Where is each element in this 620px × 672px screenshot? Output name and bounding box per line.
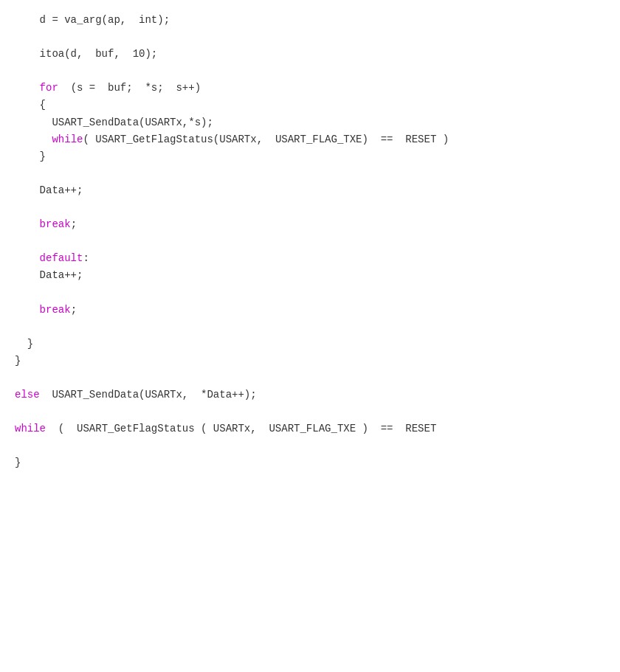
code-line: itoa(d, buf, 10); [15, 46, 605, 63]
code-line: break; [15, 302, 605, 319]
code-line: } [15, 353, 605, 370]
code-line: USART_SendData(USARTx,*s); [15, 114, 605, 131]
normal-token: ; [71, 218, 77, 230]
empty-line [15, 63, 605, 80]
code-line: { [15, 97, 605, 114]
code-line: } [15, 454, 605, 471]
empty-line [15, 370, 605, 387]
code-line: break; [15, 216, 605, 233]
code-line: Data++; [15, 267, 605, 284]
empty-line [15, 437, 605, 454]
keyword-token: break [40, 218, 71, 230]
keyword-token: while [52, 134, 83, 145]
empty-line [15, 319, 605, 336]
code-line: d = va_arg(ap, int); [15, 12, 605, 29]
keyword-token: for [40, 82, 58, 94]
keyword-token: else [15, 389, 40, 401]
code-line: while( USART_GetFlagStatus(USARTx, USART… [15, 131, 605, 148]
code-line: for (s = buf; *s; s++) [15, 80, 605, 97]
code-line: } [15, 148, 605, 165]
normal-token: ( USART_GetFlagStatus(USARTx, USART_FLAG… [83, 134, 449, 145]
normal-token: USART_SendData(USARTx, *Data++); [40, 389, 257, 401]
code-line: } [15, 336, 605, 353]
normal-token: ( USART_GetFlagStatus ( USARTx, USART_FL… [46, 423, 436, 434]
normal-token: : [83, 252, 89, 264]
empty-line [15, 165, 605, 182]
empty-line [15, 403, 605, 420]
empty-line [15, 199, 605, 216]
empty-line [15, 29, 605, 46]
code-block: d = va_arg(ap, int); itoa(d, buf, 10); f… [15, 12, 605, 472]
normal-token: (s = buf; *s; s++) [58, 82, 201, 94]
code-line: default: [15, 250, 605, 267]
keyword-token: while [15, 423, 46, 434]
keyword-token: default [40, 252, 83, 264]
empty-line [15, 233, 605, 250]
code-line: while ( USART_GetFlagStatus ( USARTx, US… [15, 420, 605, 437]
code-line: Data++; [15, 182, 605, 199]
normal-token: ; [71, 304, 77, 316]
empty-line [15, 285, 605, 302]
code-line: else USART_SendData(USARTx, *Data++); [15, 387, 605, 403]
code-container: d = va_arg(ap, int); itoa(d, buf, 10); f… [0, 0, 620, 672]
keyword-token: break [40, 304, 71, 316]
